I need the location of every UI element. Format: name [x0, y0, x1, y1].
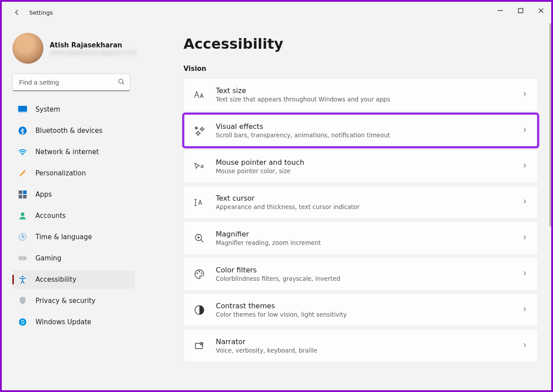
- minimize-icon: [498, 8, 503, 13]
- system-icon: [18, 105, 27, 114]
- card-subtitle: Text size that appears throughout Window…: [216, 96, 511, 103]
- maximize-icon: [518, 8, 523, 13]
- text-size-icon: [194, 89, 205, 101]
- apps-icon: [18, 190, 27, 199]
- card-mouse-pointer[interactable]: Mouse pointer and touch Mouse pointer co…: [183, 150, 538, 183]
- svg-point-15: [24, 258, 25, 259]
- back-button[interactable]: [8, 4, 26, 21]
- card-title: Mouse pointer and touch: [216, 158, 511, 167]
- nav-item-gaming[interactable]: Gaming: [12, 249, 135, 268]
- card-text-cursor[interactable]: Text cursor Appearance and thickness, te…: [183, 186, 538, 219]
- svg-point-14: [20, 258, 21, 259]
- nav-label: System: [35, 105, 60, 113]
- card-text-size[interactable]: Text size Text size that appears through…: [183, 78, 538, 111]
- avatar: [12, 33, 43, 64]
- maximize-button[interactable]: [510, 2, 531, 19]
- chevron-right-icon: [522, 342, 528, 349]
- chevron-right-icon: [522, 163, 528, 170]
- svg-rect-10: [23, 195, 27, 198]
- nav-item-personalization[interactable]: Personalization: [12, 164, 135, 182]
- card-visual-effects[interactable]: Visual effects Scroll bars, transparency…: [183, 114, 538, 147]
- nav-item-apps[interactable]: Apps: [12, 185, 135, 204]
- arrow-left-icon: [13, 8, 21, 16]
- mouse-pointer-icon: [194, 161, 205, 172]
- bluetooth-icon: [18, 126, 27, 136]
- chevron-right-icon: [522, 234, 528, 242]
- nav-item-time-language[interactable]: Time & language: [12, 228, 135, 246]
- svg-rect-0: [498, 10, 503, 11]
- visual-effects-icon: [194, 125, 205, 136]
- magnifier-icon: [194, 233, 205, 244]
- card-title: Text size: [216, 86, 511, 95]
- nav-label: Bluetooth & devices: [35, 127, 102, 135]
- svg-rect-8: [23, 190, 27, 194]
- chevron-right-icon: [522, 198, 528, 206]
- scrollbar[interactable]: [549, 23, 551, 227]
- chevron-right-icon: [522, 127, 528, 134]
- nav-label: Apps: [35, 190, 52, 198]
- card-narrator[interactable]: Narrator Voice, verbosity, keyboard, bra…: [183, 329, 538, 362]
- shield-icon: [18, 296, 27, 306]
- nav-item-network[interactable]: Network & internet: [12, 143, 135, 161]
- text-cursor-icon: [194, 197, 205, 208]
- main-content: Accessibility Vision Text size Text size…: [139, 23, 551, 390]
- nav-item-system[interactable]: System: [12, 100, 135, 119]
- update-icon: [18, 317, 27, 327]
- chevron-right-icon: [522, 270, 528, 278]
- chevron-right-icon: [522, 91, 528, 98]
- card-title: Visual effects: [216, 122, 511, 131]
- card-title: Magnifier: [216, 230, 511, 238]
- card-title: Contrast themes: [216, 302, 511, 310]
- card-title: Text cursor: [216, 194, 511, 202]
- svg-rect-9: [19, 195, 22, 198]
- card-magnifier[interactable]: Magnifier Magnifier reading, zoom increm…: [183, 221, 538, 255]
- nav-label: Privacy & security: [35, 297, 95, 305]
- nav-label: Gaming: [35, 254, 62, 262]
- svg-rect-7: [19, 190, 22, 194]
- svg-point-16: [22, 276, 23, 278]
- svg-point-20: [199, 271, 200, 272]
- nav-label: Time & language: [35, 233, 92, 241]
- card-subtitle: Voice, verbosity, keyboard, braille: [216, 347, 511, 354]
- wifi-icon: [18, 147, 27, 157]
- card-color-filters[interactable]: Color filters Colorblindness filters, gr…: [183, 257, 538, 291]
- svg-rect-4: [18, 112, 27, 113]
- close-button[interactable]: [531, 2, 551, 19]
- svg-point-21: [201, 273, 202, 274]
- svg-point-17: [19, 318, 27, 326]
- user-email: atishrajasekharan@gmail.com: [50, 49, 137, 56]
- nav-label: Network & internet: [35, 148, 99, 156]
- card-subtitle: Scroll bars, transparency, animations, n…: [216, 132, 511, 139]
- nav-list: System Bluetooth & devices Network & int…: [12, 100, 139, 331]
- svg-rect-13: [18, 256, 27, 260]
- accounts-icon: [18, 211, 27, 221]
- narrator-icon: [194, 340, 205, 352]
- sidebar: Atish Rajasekharan atishrajasekharan@gma…: [2, 23, 139, 390]
- chevron-right-icon: [522, 306, 528, 314]
- page-title: Accessibility: [183, 35, 538, 52]
- svg-point-11: [21, 213, 24, 216]
- user-block[interactable]: Atish Rajasekharan atishrajasekharan@gma…: [12, 33, 139, 64]
- card-title: Color filters: [216, 266, 511, 274]
- nav-label: Windows Update: [35, 318, 91, 326]
- search-input[interactable]: [12, 74, 130, 91]
- card-title: Narrator: [216, 338, 511, 346]
- color-filters-icon: [194, 268, 205, 280]
- nav-item-windows-update[interactable]: Windows Update: [12, 313, 135, 331]
- nav-item-bluetooth[interactable]: Bluetooth & devices: [12, 121, 135, 140]
- card-subtitle: Color themes for low vision, light sensi…: [216, 311, 511, 318]
- nav-item-privacy[interactable]: Privacy & security: [12, 291, 135, 310]
- minimize-button[interactable]: [490, 2, 510, 19]
- nav-label: Accessibility: [35, 276, 76, 283]
- section-heading: Vision: [183, 65, 538, 73]
- svg-point-6: [22, 154, 23, 155]
- user-name: Atish Rajasekharan: [50, 41, 137, 49]
- svg-point-19: [197, 273, 198, 274]
- svg-rect-1: [518, 8, 523, 13]
- card-contrast-themes[interactable]: Contrast themes Color themes for low vis…: [183, 293, 538, 326]
- nav-item-accounts[interactable]: Accounts: [12, 206, 135, 225]
- card-subtitle: Colorblindness filters, grayscale, inver…: [216, 275, 511, 282]
- nav-item-accessibility[interactable]: Accessibility: [12, 270, 135, 289]
- gaming-icon: [18, 253, 27, 263]
- card-subtitle: Mouse pointer color, size: [216, 167, 511, 175]
